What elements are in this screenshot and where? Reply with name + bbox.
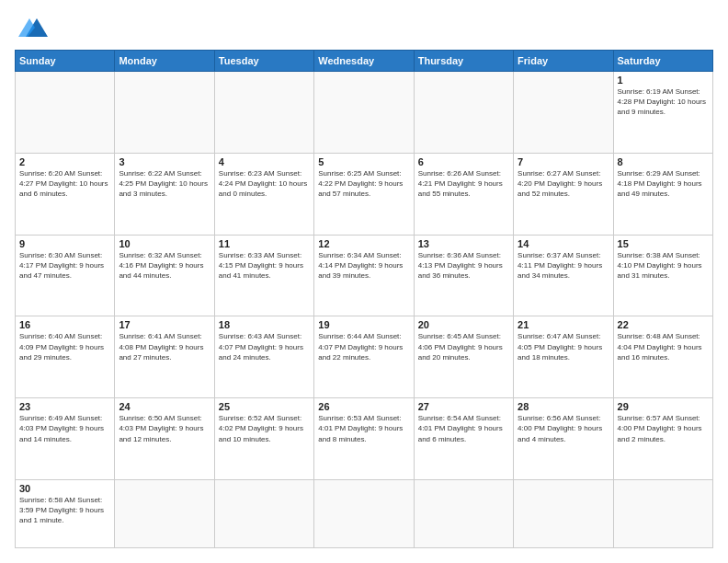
day-number: 26 xyxy=(318,401,409,412)
calendar-page: SundayMondayTuesdayWednesdayThursdayFrid… xyxy=(0,0,728,563)
day-number: 20 xyxy=(418,319,509,330)
day-number: 1 xyxy=(618,75,709,86)
calendar-cell: 3Sunrise: 6:22 AM Sunset: 4:25 PM Daylig… xyxy=(115,153,214,235)
day-header-wednesday: Wednesday xyxy=(314,51,414,72)
calendar-cell: 1Sunrise: 6:19 AM Sunset: 4:28 PM Daylig… xyxy=(613,72,712,154)
day-number: 22 xyxy=(618,319,709,330)
calendar-cell xyxy=(115,479,214,547)
calendar-cell: 20Sunrise: 6:45 AM Sunset: 4:06 PM Dayli… xyxy=(414,316,513,398)
day-info: Sunrise: 6:33 AM Sunset: 4:15 PM Dayligh… xyxy=(219,250,310,282)
day-number: 29 xyxy=(618,401,709,412)
calendar-cell: 22Sunrise: 6:48 AM Sunset: 4:04 PM Dayli… xyxy=(613,316,712,398)
day-number: 16 xyxy=(19,319,110,330)
calendar-cell: 18Sunrise: 6:43 AM Sunset: 4:07 PM Dayli… xyxy=(214,316,313,398)
day-header-monday: Monday xyxy=(115,51,214,72)
week-row-5: 23Sunrise: 6:49 AM Sunset: 4:03 PM Dayli… xyxy=(16,398,713,480)
day-info: Sunrise: 6:30 AM Sunset: 4:17 PM Dayligh… xyxy=(19,250,110,282)
day-number: 19 xyxy=(318,319,409,330)
day-info: Sunrise: 6:57 AM Sunset: 4:00 PM Dayligh… xyxy=(618,413,709,444)
day-number: 24 xyxy=(119,401,210,412)
calendar-cell: 9Sunrise: 6:30 AM Sunset: 4:17 PM Daylig… xyxy=(16,235,115,316)
calendar-cell: 19Sunrise: 6:44 AM Sunset: 4:07 PM Dayli… xyxy=(314,316,414,398)
week-row-1: 1Sunrise: 6:19 AM Sunset: 4:28 PM Daylig… xyxy=(16,72,713,154)
day-number: 13 xyxy=(418,238,509,249)
calendar-cell xyxy=(314,72,414,154)
day-number: 30 xyxy=(19,483,110,494)
calendar-cell: 5Sunrise: 6:25 AM Sunset: 4:22 PM Daylig… xyxy=(314,153,414,235)
day-info: Sunrise: 6:43 AM Sunset: 4:07 PM Dayligh… xyxy=(219,331,310,362)
day-info: Sunrise: 6:47 AM Sunset: 4:05 PM Dayligh… xyxy=(518,331,609,362)
day-header-thursday: Thursday xyxy=(414,51,513,72)
day-info: Sunrise: 6:37 AM Sunset: 4:11 PM Dayligh… xyxy=(518,250,609,282)
day-header-saturday: Saturday xyxy=(613,51,712,72)
day-number: 17 xyxy=(119,319,210,330)
day-number: 3 xyxy=(119,156,210,167)
calendar-cell: 29Sunrise: 6:57 AM Sunset: 4:00 PM Dayli… xyxy=(613,398,712,480)
day-info: Sunrise: 6:34 AM Sunset: 4:14 PM Dayligh… xyxy=(318,250,409,282)
day-number: 23 xyxy=(19,401,110,412)
calendar-cell: 8Sunrise: 6:29 AM Sunset: 4:18 PM Daylig… xyxy=(613,153,712,235)
calendar-cell: 15Sunrise: 6:38 AM Sunset: 4:10 PM Dayli… xyxy=(613,235,712,316)
day-info: Sunrise: 6:44 AM Sunset: 4:07 PM Dayligh… xyxy=(318,331,409,362)
calendar-cell xyxy=(514,479,613,547)
day-header-friday: Friday xyxy=(514,51,613,72)
calendar-cell xyxy=(314,479,414,547)
day-info: Sunrise: 6:20 AM Sunset: 4:27 PM Dayligh… xyxy=(19,168,110,200)
calendar-cell: 28Sunrise: 6:56 AM Sunset: 4:00 PM Dayli… xyxy=(514,398,613,480)
calendar-cell: 16Sunrise: 6:40 AM Sunset: 4:09 PM Dayli… xyxy=(16,316,115,398)
day-info: Sunrise: 6:53 AM Sunset: 4:01 PM Dayligh… xyxy=(318,413,409,444)
header xyxy=(15,15,713,40)
day-number: 8 xyxy=(618,156,709,167)
calendar-cell: 21Sunrise: 6:47 AM Sunset: 4:05 PM Dayli… xyxy=(514,316,613,398)
day-number: 18 xyxy=(219,319,310,330)
day-info: Sunrise: 6:36 AM Sunset: 4:13 PM Dayligh… xyxy=(418,250,509,282)
calendar-cell: 4Sunrise: 6:23 AM Sunset: 4:24 PM Daylig… xyxy=(214,153,313,235)
logo-icon xyxy=(18,15,48,40)
day-info: Sunrise: 6:49 AM Sunset: 4:03 PM Dayligh… xyxy=(19,413,110,444)
calendar-cell xyxy=(214,479,313,547)
day-number: 14 xyxy=(518,238,609,249)
day-number: 10 xyxy=(119,238,210,249)
week-row-3: 9Sunrise: 6:30 AM Sunset: 4:17 PM Daylig… xyxy=(16,235,713,316)
day-info: Sunrise: 6:41 AM Sunset: 4:08 PM Dayligh… xyxy=(119,331,210,362)
calendar-cell: 30Sunrise: 6:58 AM Sunset: 3:59 PM Dayli… xyxy=(16,479,115,547)
calendar-cell: 11Sunrise: 6:33 AM Sunset: 4:15 PM Dayli… xyxy=(214,235,313,316)
day-number: 15 xyxy=(618,238,709,249)
day-info: Sunrise: 6:54 AM Sunset: 4:01 PM Dayligh… xyxy=(418,413,509,444)
calendar-cell: 27Sunrise: 6:54 AM Sunset: 4:01 PM Dayli… xyxy=(414,398,513,480)
calendar-cell xyxy=(613,479,712,547)
calendar-cell: 2Sunrise: 6:20 AM Sunset: 4:27 PM Daylig… xyxy=(16,153,115,235)
day-number: 12 xyxy=(318,238,409,249)
logo xyxy=(15,15,48,40)
week-row-4: 16Sunrise: 6:40 AM Sunset: 4:09 PM Dayli… xyxy=(16,316,713,398)
calendar-cell: 14Sunrise: 6:37 AM Sunset: 4:11 PM Dayli… xyxy=(514,235,613,316)
day-info: Sunrise: 6:50 AM Sunset: 4:03 PM Dayligh… xyxy=(119,413,210,444)
day-info: Sunrise: 6:22 AM Sunset: 4:25 PM Dayligh… xyxy=(119,168,210,200)
day-info: Sunrise: 6:25 AM Sunset: 4:22 PM Dayligh… xyxy=(318,168,409,200)
day-number: 5 xyxy=(318,156,409,167)
day-info: Sunrise: 6:32 AM Sunset: 4:16 PM Dayligh… xyxy=(119,250,210,282)
day-number: 6 xyxy=(418,156,509,167)
day-info: Sunrise: 6:29 AM Sunset: 4:18 PM Dayligh… xyxy=(618,168,709,200)
header-row: SundayMondayTuesdayWednesdayThursdayFrid… xyxy=(16,51,713,72)
calendar-cell xyxy=(414,479,513,547)
day-info: Sunrise: 6:23 AM Sunset: 4:24 PM Dayligh… xyxy=(219,168,310,200)
calendar-cell: 26Sunrise: 6:53 AM Sunset: 4:01 PM Dayli… xyxy=(314,398,414,480)
day-info: Sunrise: 6:45 AM Sunset: 4:06 PM Dayligh… xyxy=(418,331,509,362)
day-number: 4 xyxy=(219,156,310,167)
calendar-cell: 13Sunrise: 6:36 AM Sunset: 4:13 PM Dayli… xyxy=(414,235,513,316)
day-number: 11 xyxy=(219,238,310,249)
day-info: Sunrise: 6:52 AM Sunset: 4:02 PM Dayligh… xyxy=(219,413,310,444)
day-info: Sunrise: 6:40 AM Sunset: 4:09 PM Dayligh… xyxy=(19,331,110,362)
day-header-sunday: Sunday xyxy=(16,51,115,72)
calendar-cell: 12Sunrise: 6:34 AM Sunset: 4:14 PM Dayli… xyxy=(314,235,414,316)
day-header-tuesday: Tuesday xyxy=(214,51,313,72)
calendar-cell xyxy=(16,72,115,154)
day-info: Sunrise: 6:19 AM Sunset: 4:28 PM Dayligh… xyxy=(618,86,709,118)
calendar-cell: 6Sunrise: 6:26 AM Sunset: 4:21 PM Daylig… xyxy=(414,153,513,235)
day-number: 9 xyxy=(19,238,110,249)
calendar-cell xyxy=(214,72,313,154)
day-number: 7 xyxy=(518,156,609,167)
day-info: Sunrise: 6:38 AM Sunset: 4:10 PM Dayligh… xyxy=(618,250,709,282)
calendar-cell xyxy=(414,72,513,154)
